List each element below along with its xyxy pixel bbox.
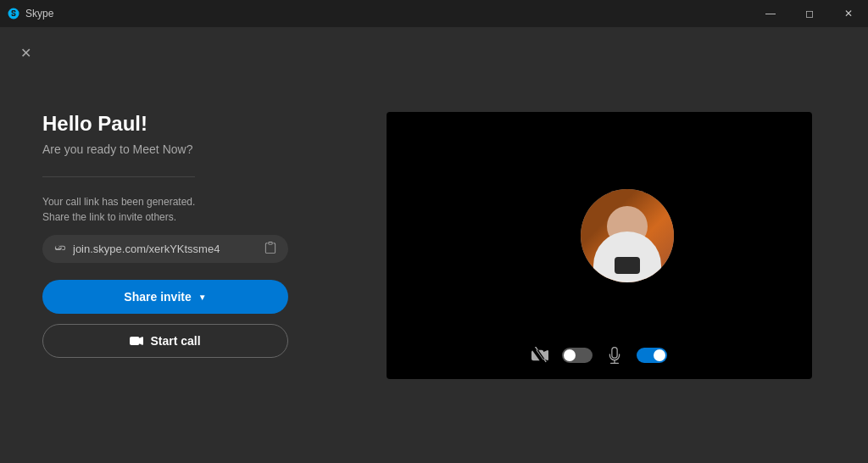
main-content: ✕ Hello Paul! Are you ready to Meet Now?… xyxy=(0,27,868,463)
panel-close-button[interactable]: ✕ xyxy=(14,41,37,64)
camera-toggle-button[interactable] xyxy=(531,347,548,364)
skype-icon xyxy=(7,7,20,20)
video-preview xyxy=(387,112,812,379)
avatar xyxy=(581,189,674,282)
titlebar: Skype ― ◻ ✕ xyxy=(0,0,868,27)
left-panel: ✕ Hello Paul! Are you ready to Meet Now?… xyxy=(0,27,331,463)
restore-button[interactable]: ◻ xyxy=(790,0,829,27)
start-call-label: Start call xyxy=(150,334,200,348)
share-invite-label: Share invite xyxy=(124,290,191,304)
toggle-knob-video xyxy=(654,349,665,361)
call-link-text: join.skype.com/xerkYKtssme4 xyxy=(73,243,258,255)
close-button[interactable]: ✕ xyxy=(829,0,868,27)
greeting-title: Hello Paul! xyxy=(42,112,288,136)
start-call-button[interactable]: Start call xyxy=(42,324,288,358)
link-info: Your call link has been generated. Share… xyxy=(42,194,288,225)
video-controls xyxy=(531,347,667,364)
app-title: Skype xyxy=(25,8,53,20)
link-icon xyxy=(54,242,66,256)
camera-switch[interactable] xyxy=(562,348,593,363)
share-invite-button[interactable]: Share invite ▼ xyxy=(42,280,288,314)
titlebar-left: Skype xyxy=(7,7,53,20)
video-camera-icon xyxy=(130,334,143,348)
divider xyxy=(42,176,195,177)
greeting-section: Hello Paul! Are you ready to Meet Now? Y… xyxy=(42,112,288,358)
video-switch[interactable] xyxy=(637,348,667,363)
mic-toggle-button[interactable] xyxy=(606,347,623,364)
window-controls: ― ◻ ✕ xyxy=(751,0,868,27)
toggle-knob xyxy=(564,349,576,361)
call-link-box: join.skype.com/xerkYKtssme4 xyxy=(42,235,288,263)
greeting-subtitle: Are you ready to Meet Now? xyxy=(42,142,288,156)
copy-link-button[interactable] xyxy=(264,242,276,256)
right-panel xyxy=(331,27,868,463)
chevron-down-icon: ▼ xyxy=(198,293,207,302)
minimize-button[interactable]: ― xyxy=(751,0,790,27)
